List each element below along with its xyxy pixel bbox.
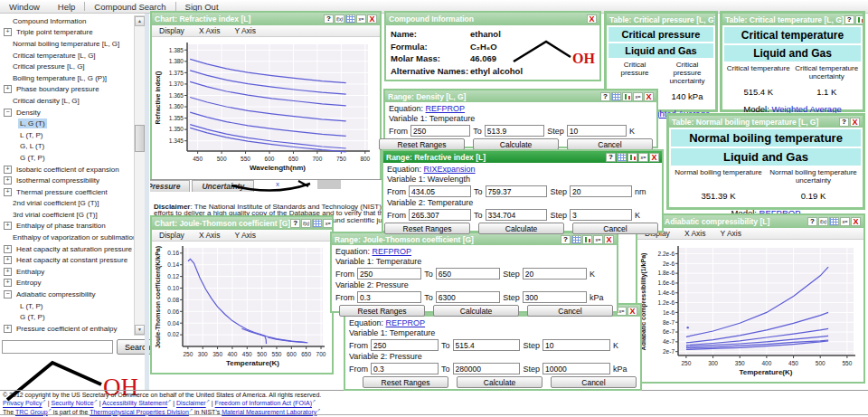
close-icon[interactable]: X <box>644 92 654 101</box>
collapse-icon[interactable]: − <box>4 109 12 117</box>
fx-icon[interactable]: f(x) <box>301 219 311 228</box>
table-icon[interactable] <box>611 92 621 101</box>
chart-menu-y-axis[interactable]: Y Axis <box>228 26 263 35</box>
equation-link[interactable]: REFPROP <box>426 104 466 113</box>
close-icon[interactable]: X <box>851 217 861 226</box>
tree-item[interactable]: G (T, P) <box>2 152 134 164</box>
expand-icon[interactable]: + <box>4 245 12 253</box>
expand-icon[interactable]: + <box>4 222 12 230</box>
xy-icon[interactable]: x= <box>323 219 332 228</box>
cancel-button[interactable]: Cancel <box>527 305 613 317</box>
table-icon[interactable] <box>571 235 581 244</box>
close-icon[interactable]: X <box>649 153 659 162</box>
help-icon[interactable]: ? <box>600 92 610 101</box>
from-input[interactable] <box>357 291 421 303</box>
scrollbar-thumb[interactable] <box>135 125 145 152</box>
reset-ranges-button[interactable]: Reset Ranges <box>363 376 448 388</box>
window-titlebar[interactable]: Chart: Joule-Thomson coefficient [G] ?f(… <box>152 217 332 230</box>
tree-item[interactable]: G (T, P) <box>2 311 134 323</box>
footer-link[interactable]: Accessibility Statement <box>102 401 167 407</box>
tree-item[interactable]: +Enthalpy of phase transition <box>2 221 134 232</box>
help-icon[interactable]: ? <box>844 15 854 24</box>
expand-icon[interactable]: + <box>4 85 12 93</box>
chart-menu-y-axis[interactable]: Y Axis <box>713 229 749 238</box>
help-icon[interactable]: ? <box>561 235 571 244</box>
help-icon[interactable]: ? <box>324 14 334 24</box>
equation-link[interactable]: REFPROP <box>386 318 426 327</box>
window-titlebar[interactable]: Chart: Adiabatic compressibility [L] ?f(… <box>637 215 863 228</box>
tree-item[interactable]: −Density <box>2 107 134 118</box>
tree-item[interactable]: G, L (T) <box>2 141 134 153</box>
step-input[interactable] <box>567 125 627 137</box>
window-titlebar[interactable]: Range: Refractive index [L] ?x=X <box>383 151 662 163</box>
calculate-button[interactable]: Calculate <box>433 305 519 317</box>
menu-item-sign-out[interactable]: Sign Out <box>176 2 228 12</box>
close-icon[interactable]: X <box>367 14 377 24</box>
table-icon[interactable] <box>617 153 627 162</box>
help-icon[interactable]: ? <box>290 219 300 228</box>
help-icon[interactable]: ? <box>807 217 817 226</box>
tree-item[interactable]: +Isothermal compressibility <box>2 175 134 186</box>
close-icon[interactable]: X <box>604 235 614 244</box>
to-input[interactable] <box>453 339 521 351</box>
tree-item[interactable]: 3rd virial coefficient [G (T)] <box>2 209 134 221</box>
tree-item[interactable]: +Phase boundary pressure <box>2 84 134 96</box>
close-icon[interactable]: X <box>850 118 860 127</box>
table-icon[interactable] <box>345 14 355 24</box>
search-input[interactable] <box>2 340 113 354</box>
step-input[interactable] <box>523 268 587 280</box>
expand-icon[interactable]: + <box>4 188 12 196</box>
tree-item[interactable]: Critical temperature [L, G] <box>2 50 134 62</box>
xy-icon[interactable]: x= <box>633 92 643 101</box>
fx-icon[interactable]: f(x) <box>335 14 344 24</box>
tree-item[interactable]: +Triple point temperature <box>2 27 134 39</box>
table-icon[interactable] <box>829 217 839 226</box>
scroll-up-arrow-icon[interactable]: ▲ <box>135 16 145 26</box>
footer-link[interactable]: Freedom of Information Act (FOIA) <box>215 401 312 407</box>
workspace-scroll-strip[interactable] <box>145 14 149 390</box>
menu-item-window[interactable]: Window <box>0 2 49 12</box>
tree-item[interactable]: Critical pressure [L, G] <box>2 61 134 72</box>
expand-icon[interactable]: + <box>4 325 12 333</box>
expand-icon[interactable]: + <box>4 256 12 264</box>
chart-icon[interactable] <box>622 92 632 101</box>
help-icon[interactable]: ? <box>839 118 849 127</box>
chart-icon[interactable] <box>855 15 863 24</box>
from-input[interactable] <box>410 125 470 137</box>
tree-item[interactable]: +Heat capacity at constant pressure <box>2 254 134 266</box>
chart-menu-display[interactable]: Display <box>152 26 192 35</box>
expand-icon[interactable]: + <box>4 268 12 276</box>
tree-item[interactable]: L, G (T) <box>2 118 134 129</box>
step-input[interactable] <box>542 363 610 374</box>
xy-icon[interactable]: x= <box>356 14 366 24</box>
tree-item[interactable]: 2nd virial coefficient [G (T)] <box>2 198 134 210</box>
equation-link[interactable]: RIXExpansion <box>424 165 476 174</box>
tree-item[interactable]: Boiling temperature [L, G (P)] <box>2 72 134 84</box>
tree-item[interactable]: +Enthalpy <box>2 266 134 278</box>
menu-item-help[interactable]: Help <box>49 2 85 12</box>
window-titlebar[interactable]: Table: Critical temperature [L, G] ?X <box>722 14 863 25</box>
xy-icon[interactable]: x= <box>593 235 603 244</box>
calculate-button[interactable]: Calculate <box>457 376 542 388</box>
from-input[interactable] <box>371 363 439 374</box>
tree-item[interactable]: Normal boiling temperature [L, G] <box>2 38 134 50</box>
to-input[interactable] <box>485 125 544 137</box>
to-input[interactable] <box>436 268 500 280</box>
from-input[interactable] <box>409 209 471 221</box>
chart-icon[interactable] <box>582 235 592 244</box>
step-input[interactable] <box>523 291 587 303</box>
tab-pressure[interactable]: Pressure <box>150 180 190 192</box>
window-titlebar[interactable]: Chart: Refractive index [L] ?f(x)x=X <box>152 13 380 25</box>
window-titlebar[interactable]: Table: Normal boiling temperature [L, G]… <box>669 116 863 128</box>
expand-icon[interactable]: + <box>4 28 12 36</box>
chart-menu-display[interactable]: Display <box>152 231 192 240</box>
xy-icon[interactable]: x= <box>638 153 648 162</box>
tree-item[interactable]: L (T, P) <box>2 129 134 141</box>
reset-ranges-button[interactable]: Reset Ranges <box>384 223 470 234</box>
cancel-button[interactable]: Cancel <box>572 223 658 234</box>
chart-menu-x-axis[interactable]: X Axis <box>677 229 713 238</box>
scroll-down-arrow-icon[interactable]: ▼ <box>135 325 145 335</box>
tree-item[interactable]: +Pressure coefficient of enthalpy <box>2 323 134 334</box>
chart-menu-x-axis[interactable]: X Axis <box>192 26 228 35</box>
tree-item[interactable]: +Entropy <box>2 278 134 289</box>
